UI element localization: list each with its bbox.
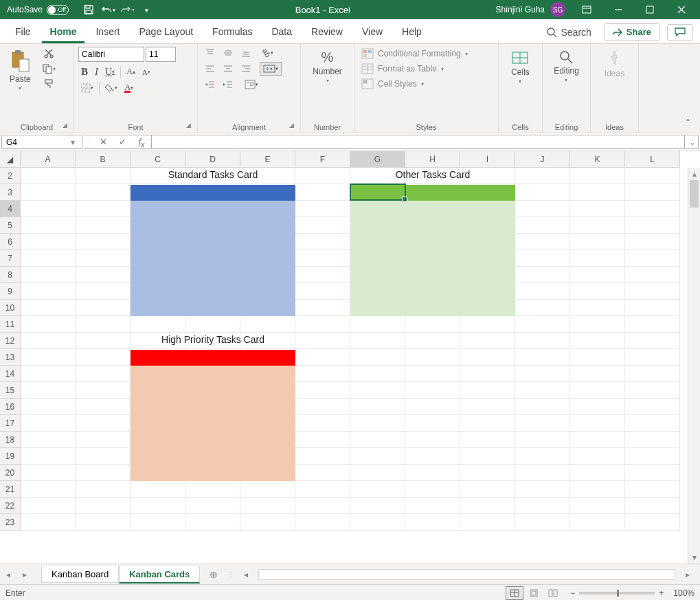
zoom-out-icon[interactable]: − (570, 588, 575, 598)
cell-K23[interactable] (570, 514, 625, 531)
save-icon[interactable] (80, 1, 98, 18)
cell-F18[interactable] (295, 432, 350, 448)
cell-I15[interactable] (460, 382, 515, 399)
cell-J6[interactable] (515, 234, 570, 250)
number-format-button[interactable]: % Number ▾ (307, 47, 348, 87)
cell-F6[interactable] (295, 234, 350, 250)
cell-F7[interactable] (295, 250, 350, 267)
format-as-table-button[interactable]: Format as Table▾ (359, 62, 489, 76)
enter-formula-icon[interactable]: ✓ (113, 135, 132, 148)
cell-L9[interactable] (625, 283, 680, 300)
cell-G11[interactable] (350, 316, 405, 333)
close-icon[interactable] (666, 0, 697, 19)
cell-B21[interactable] (76, 481, 131, 498)
ribbon-display-icon[interactable] (571, 0, 602, 19)
col-header-H[interactable]: H (405, 151, 460, 168)
align-middle-icon[interactable] (220, 47, 236, 59)
cell-F23[interactable] (295, 514, 350, 531)
cell-H19[interactable] (405, 448, 460, 465)
new-sheet-icon[interactable]: ⊕ (204, 569, 223, 580)
cell-K15[interactable] (570, 382, 625, 399)
cell-L8[interactable] (625, 267, 680, 283)
scrollbar-thumb[interactable] (690, 180, 699, 208)
cell-F4[interactable] (295, 201, 350, 217)
cell-F20[interactable] (295, 465, 350, 481)
cell-B2[interactable] (76, 168, 131, 184)
cell-E21[interactable] (240, 481, 295, 498)
cell-L13[interactable] (625, 349, 680, 366)
cell-A18[interactable] (21, 432, 76, 448)
cell-L23[interactable] (625, 514, 680, 531)
user-account[interactable]: Shinjini Guha SG (490, 2, 571, 17)
select-all-cell[interactable]: ◢ (0, 151, 21, 168)
sheet-nav-next-icon[interactable]: ▸ (16, 570, 33, 579)
sheet-nav-prev-icon[interactable]: ◂ (0, 570, 16, 579)
clipboard-launcher-icon[interactable]: ◢ (63, 122, 72, 131)
cell-A19[interactable] (21, 448, 76, 465)
cell-E22[interactable] (240, 498, 295, 514)
cell-K9[interactable] (570, 283, 625, 300)
row-header-15[interactable]: 15 (0, 382, 21, 399)
zoom-in-icon[interactable]: + (659, 588, 664, 598)
cell-L14[interactable] (625, 366, 680, 382)
cut-icon[interactable] (39, 47, 58, 60)
cell-A15[interactable] (21, 382, 76, 399)
cell-G21[interactable] (350, 481, 405, 498)
row-header-10[interactable]: 10 (0, 300, 21, 316)
expand-formula-bar-icon[interactable]: ⌄ (686, 135, 699, 149)
cell-J15[interactable] (515, 382, 570, 399)
row-header-6[interactable]: 6 (0, 234, 21, 250)
normal-view-icon[interactable] (506, 586, 523, 600)
page-layout-view-icon[interactable] (525, 586, 543, 600)
col-header-D[interactable]: D (185, 151, 240, 168)
cell-F12[interactable] (295, 333, 350, 349)
cell-K6[interactable] (570, 234, 625, 250)
sheet-tab-kanban-board[interactable]: Kanban Board (41, 566, 119, 583)
cell-K13[interactable] (570, 349, 625, 366)
cell-A11[interactable] (21, 316, 76, 333)
col-header-E[interactable]: E (240, 151, 295, 168)
cell-L5[interactable] (625, 217, 680, 234)
row-header-4[interactable]: 4 (0, 201, 21, 217)
cell-B15[interactable] (76, 382, 131, 399)
row-header-8[interactable]: 8 (0, 267, 21, 283)
cell-D23[interactable] (185, 514, 240, 531)
cell-J21[interactable] (515, 481, 570, 498)
paste-button[interactable]: Paste ▾ (4, 47, 36, 94)
cell-G20[interactable] (350, 465, 405, 481)
cell-styles-button[interactable]: Cell Styles▾ (359, 77, 489, 91)
horizontal-scrollbar[interactable] (258, 569, 675, 580)
qat-customize-icon[interactable]: ▾ (137, 1, 155, 18)
font-name-select[interactable] (78, 47, 144, 62)
scroll-down-icon[interactable]: ▾ (688, 551, 700, 564)
cell-K21[interactable] (570, 481, 625, 498)
row-header-12[interactable]: 12 (0, 333, 21, 349)
cell-B12[interactable] (76, 333, 131, 349)
tab-file[interactable]: File (7, 21, 39, 43)
cell-J22[interactable] (515, 498, 570, 514)
font-launcher-icon[interactable]: ◢ (186, 122, 196, 131)
col-header-A[interactable]: A (21, 151, 76, 168)
row-header-23[interactable]: 23 (0, 514, 21, 531)
cell-J5[interactable] (515, 217, 570, 234)
row-header-19[interactable]: 19 (0, 448, 21, 465)
search-button[interactable]: Search (541, 24, 597, 41)
cell-B14[interactable] (76, 366, 131, 382)
cell-J18[interactable] (515, 432, 570, 448)
wrap-text-icon[interactable]: ▾ (242, 78, 261, 91)
tab-formulas[interactable]: Formulas (204, 21, 260, 43)
cell-B19[interactable] (76, 448, 131, 465)
conditional-formatting-button[interactable]: Conditional Formatting▾ (359, 47, 489, 60)
hscroll-right-icon[interactable]: ▸ (679, 570, 696, 579)
row-header-11[interactable]: 11 (0, 316, 21, 333)
cell-J19[interactable] (515, 448, 570, 465)
bold-button[interactable]: B (78, 65, 91, 79)
cell-A10[interactable] (21, 300, 76, 316)
cell-C22[interactable] (131, 498, 185, 514)
tab-page-layout[interactable]: Page Layout (131, 21, 201, 43)
cell-L11[interactable] (625, 316, 680, 333)
cell-B16[interactable] (76, 399, 131, 415)
cell-I21[interactable] (460, 481, 515, 498)
cell-A8[interactable] (21, 267, 76, 283)
decrease-indent-icon[interactable] (202, 78, 218, 91)
